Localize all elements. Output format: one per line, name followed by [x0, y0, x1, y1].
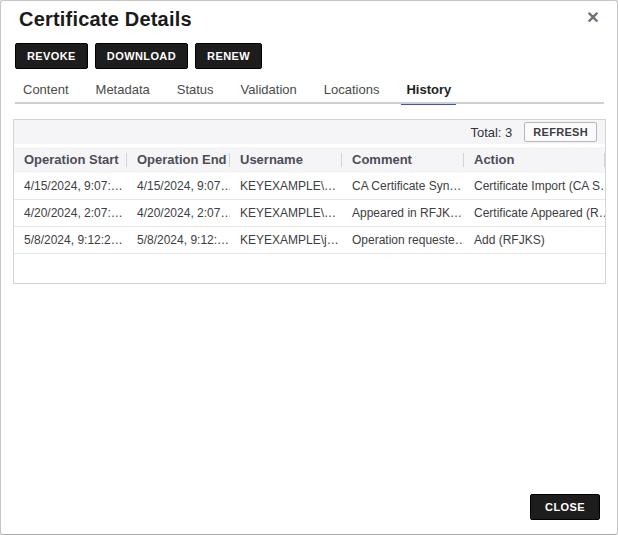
cell-action: Certificate Appeared (R…	[464, 200, 605, 226]
cell-operation-start: 5/8/2024, 9:12:2…	[14, 227, 127, 253]
table-row[interactable]: 5/8/2024, 9:12:2… 5/8/2024, 9:12:… KEYEX…	[14, 227, 605, 254]
cell-comment: CA Certificate Syn…	[342, 173, 464, 199]
column-header-username[interactable]: Username	[230, 147, 342, 173]
tab-status[interactable]: Status	[177, 82, 214, 104]
table-toolbar: Total: 3 REFRESH	[14, 120, 605, 147]
cell-operation-end: 4/20/2024, 2:07…	[127, 200, 230, 226]
total-count: Total: 3	[470, 125, 512, 140]
tab-bar-divider	[15, 102, 604, 104]
tab-content[interactable]: Content	[23, 82, 69, 104]
cell-action: Certificate Import (CA S…	[464, 173, 605, 199]
cell-comment: Appeared in RFJK…	[342, 200, 464, 226]
page-title: Certificate Details	[19, 8, 192, 31]
close-icon[interactable]: ✕	[582, 7, 604, 29]
cell-comment: Operation requeste…	[342, 227, 464, 253]
cell-action: Add (RFJKS)	[464, 227, 605, 253]
action-button-row: REVOKE DOWNLOAD RENEW	[15, 43, 262, 69]
tab-validation[interactable]: Validation	[241, 82, 297, 104]
tab-locations[interactable]: Locations	[324, 82, 380, 104]
tab-bar: Content Metadata Status Validation Locat…	[23, 82, 451, 104]
column-header-action[interactable]: Action	[464, 147, 605, 173]
table-empty-filler	[14, 254, 605, 280]
column-header-operation-start[interactable]: Operation Start	[14, 147, 127, 173]
revoke-button[interactable]: REVOKE	[15, 43, 88, 69]
cell-operation-end: 5/8/2024, 9:12:…	[127, 227, 230, 253]
cell-username: KEYEXAMPLE\j…	[230, 227, 342, 253]
column-header-operation-end[interactable]: Operation End	[127, 147, 230, 173]
close-button[interactable]: CLOSE	[530, 494, 600, 520]
cell-username: KEYEXAMPLE\…	[230, 173, 342, 199]
table-row[interactable]: 4/20/2024, 2:07:… 4/20/2024, 2:07… KEYEX…	[14, 200, 605, 227]
cell-username: KEYEXAMPLE\…	[230, 200, 342, 226]
column-header-comment[interactable]: Comment	[342, 147, 464, 173]
history-table: Total: 3 REFRESH Operation Start Operati…	[13, 119, 606, 284]
download-button[interactable]: DOWNLOAD	[95, 43, 188, 69]
cell-operation-start: 4/15/2024, 9:07:…	[14, 173, 127, 199]
cell-operation-start: 4/20/2024, 2:07:…	[14, 200, 127, 226]
table-header-row: Operation Start Operation End Username C…	[14, 147, 605, 173]
renew-button[interactable]: RENEW	[195, 43, 262, 69]
table-row[interactable]: 4/15/2024, 9:07:… 4/15/2024, 9:07… KEYEX…	[14, 173, 605, 200]
certificate-details-dialog: Certificate Details ✕ REVOKE DOWNLOAD RE…	[0, 0, 618, 535]
tab-metadata[interactable]: Metadata	[96, 82, 150, 104]
refresh-button[interactable]: REFRESH	[524, 122, 597, 142]
tab-history[interactable]: History	[406, 82, 451, 104]
cell-operation-end: 4/15/2024, 9:07…	[127, 173, 230, 199]
